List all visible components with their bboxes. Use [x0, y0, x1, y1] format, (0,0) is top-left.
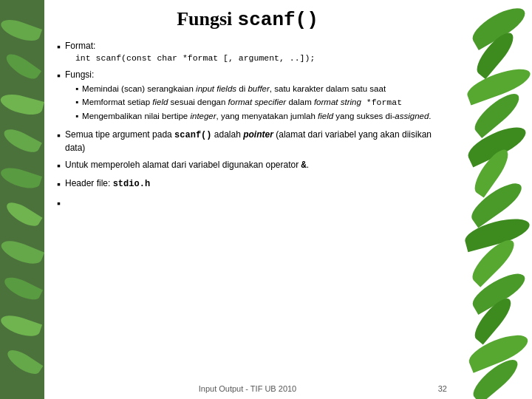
bullet-format: ▪ — [57, 40, 61, 55]
leaf-left-8 — [1, 273, 43, 304]
sub-item-2: ▪ Memformat setiap field sesuai dengan f… — [75, 97, 438, 109]
section-format: ▪ Format: int scanf(const char *format [… — [57, 40, 438, 64]
section-pointer: ▪ Semua tipe argument pada scanf() adala… — [57, 129, 438, 154]
bg-right-decoration — [451, 0, 532, 399]
sub-item-1: ▪ Memindai (scan) serangkaian input fiel… — [75, 83, 438, 95]
sub-content-2: Memformat setiap field sesuai dengan for… — [82, 97, 438, 109]
leaf-left-5 — [0, 164, 42, 192]
contoh-content — [65, 197, 438, 199]
footer: Input Output - TIF UB 2010 32 — [48, 384, 447, 393]
leaf-left-9 — [0, 312, 42, 341]
main-content: Fungsi scanf() ▪ Format: int scanf(const… — [48, 0, 447, 399]
alamat-content: Untuk memperoleh alamat dari variabel di… — [65, 159, 438, 172]
sub-item-3: ▪ Mengembalikan nilai bertipe integer, y… — [75, 111, 438, 123]
leaf-left-4 — [1, 125, 42, 157]
format-content: Format: int scanf(const char *format [, … — [65, 40, 438, 64]
sub-bullet-3: ▪ — [75, 111, 78, 123]
leaf-right-3 — [464, 63, 532, 105]
section-header: ▪ Header file: stdio.h — [57, 177, 438, 192]
section-alamat: ▪ Untuk memperoleh alamat dari variabel … — [57, 159, 438, 174]
leaf-left-2 — [3, 50, 41, 83]
footer-page: 32 — [438, 384, 447, 393]
bullet-fungsi: ▪ — [57, 69, 61, 83]
leaf-left-3 — [0, 91, 44, 118]
footer-label: Input Output - TIF UB 2010 — [199, 384, 296, 393]
sub-content-1: Memindai (scan) serangkaian input fields… — [82, 83, 438, 95]
page-title: Fungsi scanf() — [57, 7, 438, 31]
leaf-left-6 — [3, 198, 42, 230]
format-label: Format: — [65, 41, 95, 51]
title-word: Fungsi — [177, 8, 232, 30]
leaf-left-1 — [0, 16, 42, 44]
section-contoh: ▪ — [57, 197, 438, 211]
header-content: Header file: stdio.h — [65, 177, 438, 191]
bg-left-decoration — [0, 0, 44, 399]
section-fungsi: ▪ Fungsi: ▪ Memindai (scan) serangkaian … — [57, 69, 438, 124]
fungsi-content: Fungsi: ▪ Memindai (scan) serangkaian in… — [65, 69, 438, 124]
format-code: int scanf(const char *format [, argument… — [75, 52, 438, 64]
bullet-contoh: ▪ — [57, 197, 61, 211]
leaf-left-10 — [4, 346, 44, 378]
leaf-left-7 — [0, 236, 44, 268]
bullet-alamat: ▪ — [57, 159, 61, 174]
sub-bullet-1: ▪ — [75, 83, 78, 95]
title-code: scanf() — [238, 9, 318, 31]
fungsi-sub-items: ▪ Memindai (scan) serangkaian input fiel… — [75, 83, 438, 123]
sub-bullet-2: ▪ — [75, 97, 78, 109]
sub-content-3: Mengembalikan nilai bertipe integer, yan… — [82, 111, 438, 123]
bullet-header: ▪ — [57, 177, 61, 192]
pointer-content: Semua tipe argument pada scanf() adalah … — [65, 129, 438, 154]
bullet-pointer: ▪ — [57, 129, 61, 143]
fungsi-label: Fungsi: — [65, 69, 94, 80]
